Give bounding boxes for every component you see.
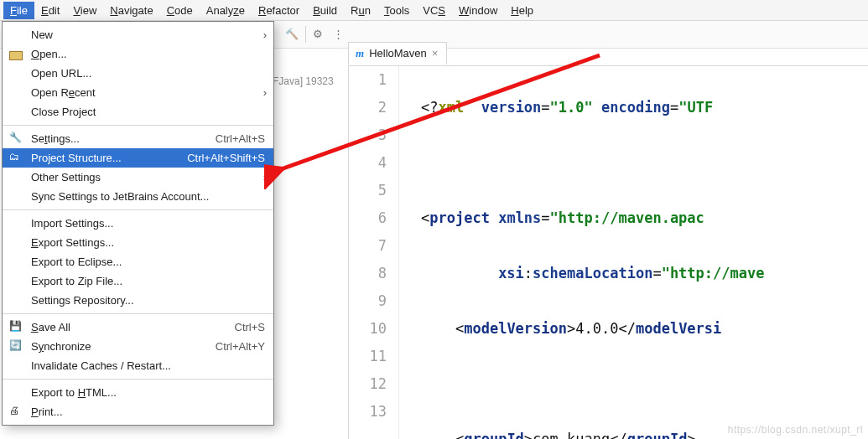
- editor-tabbar: m HelloMaven ×: [348, 40, 447, 65]
- menu-item-import-settings[interactable]: Import Settings...: [3, 214, 273, 233]
- line-number: 6: [349, 204, 387, 232]
- ide-window: File Edit View Navigate Code Analyze Ref…: [0, 0, 868, 439]
- menu-label: Project Structure...: [31, 152, 122, 164]
- chevron-right-icon: ›: [263, 171, 267, 183]
- code-line: <modelVersion>4.0.0</modelVersi: [421, 315, 868, 343]
- menu-item-export-settings[interactable]: Export Settings...: [3, 233, 273, 252]
- menu-label: Open...: [31, 48, 67, 60]
- menu-item-invalidate[interactable]: Invalidate Caches / Restart...: [3, 356, 273, 375]
- print-icon: [9, 405, 23, 419]
- menu-label: New: [31, 28, 53, 41]
- shortcut: Ctrl+S: [221, 321, 265, 333]
- gear-icon[interactable]: ⚙: [313, 28, 326, 41]
- menu-item-export-eclipse[interactable]: Export to Eclipse...: [3, 252, 273, 271]
- menu-item-synchronize[interactable]: SynchronizeCtrl+Alt+Y: [3, 337, 273, 356]
- code-line: [421, 149, 868, 177]
- menu-label: Invalidate Caches / Restart...: [31, 359, 171, 372]
- menu-item-open-recent[interactable]: Open Recent›: [3, 83, 273, 102]
- project-tree-fragment[interactable]: FJava] 19323: [273, 75, 334, 87]
- line-number: 1: [349, 66, 387, 94]
- tab-hellomaven[interactable]: m HelloMaven ×: [348, 42, 447, 65]
- menu-item-save-all[interactable]: Save AllCtrl+S: [3, 318, 273, 337]
- line-number: 11: [349, 343, 387, 370]
- code-body[interactable]: <?xml version="1.0" encoding="UTF <proje…: [399, 66, 868, 439]
- menu-label: Settings...: [31, 132, 80, 145]
- menu-label: Sync Settings to JetBrains Account...: [31, 190, 209, 203]
- menu-label: Close Project: [31, 106, 96, 118]
- menu-item-print[interactable]: Print...: [3, 402, 273, 421]
- wrench-icon: [9, 132, 23, 146]
- menu-item-project-structure[interactable]: Project Structure...Ctrl+Alt+Shift+S: [3, 148, 273, 168]
- shortcut: Ctrl+Alt+S: [202, 132, 265, 145]
- line-number: 2: [349, 94, 387, 121]
- menu-vcs[interactable]: VCS: [416, 2, 452, 19]
- menu-run[interactable]: Run: [344, 2, 377, 19]
- menu-build[interactable]: Build: [306, 2, 344, 19]
- line-number: 8: [349, 260, 387, 287]
- hammer-icon[interactable]: 🔨: [285, 28, 299, 41]
- menubar: File Edit View Navigate Code Analyze Ref…: [0, 0, 868, 21]
- menu-label: Open URL...: [31, 67, 91, 80]
- line-number: 4: [349, 149, 387, 177]
- menu-label: Synchronize: [31, 340, 91, 353]
- menu-item-sync-settings[interactable]: Sync Settings to JetBrains Account...: [3, 187, 273, 206]
- line-number: 3: [349, 121, 387, 149]
- shortcut: Ctrl+Alt+Y: [202, 340, 265, 353]
- menu-window[interactable]: Window: [452, 2, 504, 19]
- chevron-right-icon: ›: [263, 86, 267, 99]
- menu-item-settings[interactable]: Settings...Ctrl+Alt+S: [3, 129, 273, 148]
- line-number: 7: [349, 232, 387, 260]
- menu-view[interactable]: View: [66, 2, 103, 19]
- menu-navigate[interactable]: Navigate: [103, 2, 159, 19]
- menu-help[interactable]: Help: [504, 2, 540, 19]
- menu-tools[interactable]: Tools: [377, 2, 416, 19]
- sync-icon: [9, 340, 23, 354]
- menu-refactor[interactable]: Refactor: [252, 2, 306, 19]
- menu-label: Print...: [31, 405, 63, 418]
- menu-item-settings-repo[interactable]: Settings Repository...: [3, 291, 273, 310]
- chevron-right-icon: ›: [263, 28, 267, 41]
- menu-separator: [3, 125, 273, 126]
- maven-icon: m: [356, 47, 364, 60]
- code-line: [421, 370, 868, 398]
- code-line: <project xmlns="http://maven.apac: [421, 204, 868, 232]
- menu-label: Save All: [31, 321, 70, 333]
- line-number: 5: [349, 177, 387, 204]
- menu-file[interactable]: File: [3, 2, 34, 19]
- shortcut: Ctrl+Alt+Shift+S: [174, 152, 265, 164]
- watermark: https://blog.csdn.net/xupt_rl: [728, 424, 863, 436]
- more-icon[interactable]: ⋮: [333, 28, 346, 41]
- menu-label: Other Settings: [31, 171, 101, 183]
- code-line: <?xml version="1.0" encoding="UTF: [421, 94, 868, 121]
- menu-separator: [3, 313, 273, 314]
- menu-item-other-settings[interactable]: Other Settings›: [3, 168, 273, 187]
- menu-label: Settings Repository...: [31, 294, 134, 307]
- separator: [305, 26, 306, 43]
- menu-item-export-zip[interactable]: Export to Zip File...: [3, 271, 273, 291]
- line-number: 13: [349, 398, 387, 426]
- menu-item-export-html[interactable]: Export to HTML...: [3, 383, 273, 402]
- menu-item-open-url[interactable]: Open URL...: [3, 64, 273, 83]
- menu-analyze[interactable]: Analyze: [200, 2, 252, 19]
- open-icon: [9, 48, 23, 61]
- tab-label: HelloMaven: [369, 47, 427, 59]
- menu-label: Export to Eclipse...: [31, 256, 122, 268]
- line-number: 9: [349, 287, 387, 315]
- menu-item-open[interactable]: Open...: [3, 44, 273, 64]
- menu-label: Open Recent: [31, 86, 96, 99]
- code-editor[interactable]: 1 2 3 4 5 6 7 8 9 10 11 12 13 <?xml vers…: [348, 65, 868, 439]
- folder-icon: [9, 152, 23, 165]
- menu-code[interactable]: Code: [160, 2, 200, 19]
- menu-separator: [3, 379, 273, 380]
- close-icon[interactable]: ×: [432, 47, 439, 59]
- line-number: 12: [349, 370, 387, 398]
- menu-item-new[interactable]: New›: [3, 25, 273, 44]
- menu-label: Import Settings...: [31, 217, 113, 230]
- file-menu-dropdown: New› Open... Open URL... Open Recent› Cl…: [2, 21, 274, 426]
- menu-label: Export to HTML...: [31, 386, 117, 399]
- menu-separator: [3, 209, 273, 210]
- menu-label: Export to Zip File...: [31, 275, 122, 287]
- menu-edit[interactable]: Edit: [34, 2, 66, 19]
- menu-item-close-project[interactable]: Close Project: [3, 102, 273, 121]
- gutter: 1 2 3 4 5 6 7 8 9 10 11 12 13: [349, 66, 399, 439]
